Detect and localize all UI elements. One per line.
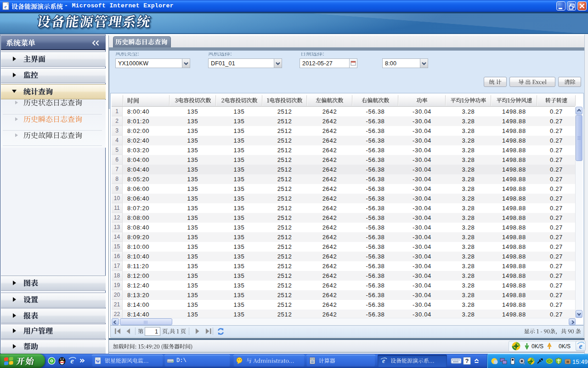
svg-text:e: e [579,342,582,350]
svg-text:W: W [96,359,100,364]
svg-text:e: e [5,4,7,9]
